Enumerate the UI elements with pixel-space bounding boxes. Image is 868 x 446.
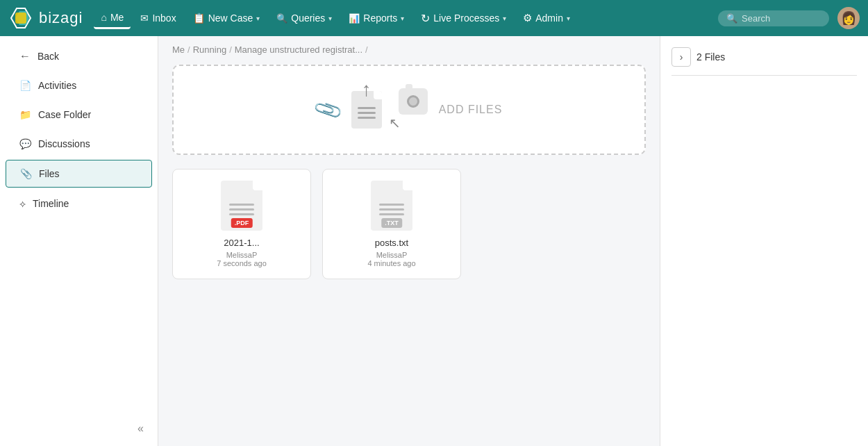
topnav: bizagi Me Inbox New Case ▾ Queries ▾ Rep… bbox=[0, 0, 868, 36]
nav-liveprocesses[interactable]: Live Processes ▾ bbox=[414, 8, 513, 29]
camera-icon bbox=[399, 88, 428, 115]
nav-admin[interactable]: Admin ▾ bbox=[516, 8, 577, 28]
newcase-icon bbox=[193, 13, 205, 24]
nav-liveprocesses-label: Live Processes bbox=[433, 13, 499, 24]
nav-me-label: Me bbox=[110, 12, 124, 23]
breadcrumb-sep1: / bbox=[187, 44, 190, 55]
avatar-emoji: 👩 bbox=[841, 10, 856, 26]
sidebar-item-activities[interactable]: Activities bbox=[6, 72, 152, 99]
reports-chevron: ▾ bbox=[401, 15, 404, 22]
file-thumb-line-5 bbox=[379, 208, 404, 210]
breadcrumb: Me / Running / Manage unstructured regis… bbox=[172, 44, 646, 55]
home-icon bbox=[101, 12, 106, 23]
collapse-icon bbox=[137, 422, 144, 434]
sidebar-item-back[interactable]: Back bbox=[6, 43, 152, 69]
nav-inbox-label: Inbox bbox=[152, 13, 176, 24]
sidebar-bottom bbox=[0, 411, 158, 446]
sidebar-item-discussions[interactable]: Discussions bbox=[6, 131, 152, 157]
sidebar-back-label: Back bbox=[37, 51, 59, 62]
doc-icon-group: ↑ bbox=[351, 91, 382, 129]
search-input[interactable] bbox=[742, 13, 825, 24]
sidebar-item-timeline[interactable]: Timeline bbox=[6, 190, 152, 217]
nav-reports[interactable]: Reports ▾ bbox=[342, 8, 411, 28]
file-thumb-line-3 bbox=[229, 213, 254, 215]
sidebar-item-casefolder[interactable]: Case Folder bbox=[6, 101, 152, 128]
camera-top bbox=[406, 84, 412, 89]
main-layout: Back Activities Case Folder Discussions … bbox=[0, 36, 868, 446]
file-owner-0: MelissaP bbox=[226, 251, 258, 259]
newcase-chevron: ▾ bbox=[256, 15, 260, 22]
file-card-1[interactable]: .TXT posts.txt MelissaP 4 minutes ago bbox=[322, 169, 461, 279]
nav-admin-label: Admin bbox=[535, 13, 563, 24]
casefolder-icon bbox=[19, 108, 31, 121]
inbox-icon bbox=[140, 13, 149, 24]
files-count-label: 2 Files bbox=[696, 51, 725, 63]
nav-me[interactable]: Me bbox=[94, 8, 131, 29]
file-card-0[interactable]: .PDF 2021-1... MelissaP 7 seconds ago bbox=[172, 169, 311, 279]
reports-icon bbox=[349, 13, 360, 24]
file-thumb-line-4 bbox=[379, 204, 404, 206]
breadcrumb-me[interactable]: Me bbox=[172, 44, 185, 55]
sidebar-casefolder-label: Case Folder bbox=[38, 109, 91, 120]
search-box[interactable]: 🔍 bbox=[718, 10, 829, 26]
admin-chevron: ▾ bbox=[567, 15, 570, 22]
sidebar-discussions-label: Discussions bbox=[38, 138, 90, 149]
liveprocesses-icon bbox=[421, 12, 430, 25]
file-timestamp-1: 4 minutes ago bbox=[367, 259, 415, 267]
main-content: Me / Running / Manage unstructured regis… bbox=[158, 36, 660, 446]
sidebar-files-label: Files bbox=[39, 168, 60, 179]
upload-arrow-icon: ↑ bbox=[362, 79, 372, 101]
admin-icon bbox=[523, 12, 532, 24]
sidebar-collapse-button[interactable] bbox=[132, 420, 149, 438]
nav-newcase-label: New Case bbox=[208, 13, 253, 24]
file-name-1: posts.txt bbox=[375, 238, 408, 248]
right-panel-expand-button[interactable]: › bbox=[671, 47, 691, 67]
files-icon bbox=[20, 167, 32, 180]
nav-queries[interactable]: Queries ▾ bbox=[269, 8, 339, 28]
logo: bizagi bbox=[8, 6, 83, 31]
file-badge-1: .TXT bbox=[381, 218, 402, 228]
file-name-0: 2021-1... bbox=[224, 238, 259, 248]
file-thumb-line-6 bbox=[379, 213, 404, 215]
breadcrumb-process[interactable]: Manage unstructured registrat... bbox=[235, 44, 362, 55]
file-thumb-lines-1 bbox=[379, 204, 404, 215]
nav-reports-label: Reports bbox=[363, 13, 397, 24]
queries-chevron: ▾ bbox=[328, 15, 332, 22]
file-thumb-0: .PDF bbox=[221, 181, 262, 231]
search-icon: 🔍 bbox=[726, 13, 737, 24]
right-panel-divider bbox=[671, 75, 857, 76]
file-badge-0: .PDF bbox=[231, 218, 253, 228]
doc-line-1 bbox=[358, 107, 376, 109]
discussions-icon bbox=[19, 138, 31, 150]
query-icon bbox=[276, 13, 287, 24]
sidebar-activities-label: Activities bbox=[38, 80, 76, 91]
doc-line-3 bbox=[358, 117, 376, 119]
breadcrumb-sep2: / bbox=[229, 44, 232, 55]
breadcrumb-sep3: / bbox=[365, 44, 368, 55]
liveprocesses-chevron: ▾ bbox=[503, 15, 506, 22]
sidebar-timeline-label: Timeline bbox=[33, 198, 69, 209]
cursor-icon: ↖ bbox=[389, 115, 401, 131]
nav-queries-label: Queries bbox=[291, 13, 325, 24]
clip-icon: 📎 bbox=[312, 94, 344, 126]
sidebar: Back Activities Case Folder Discussions … bbox=[0, 36, 158, 446]
file-thumb-1: .TXT bbox=[371, 181, 412, 231]
activities-icon bbox=[19, 79, 31, 92]
file-thumb-line-1 bbox=[229, 204, 254, 206]
doc-line-2 bbox=[358, 112, 376, 114]
logo-text: bizagi bbox=[39, 9, 83, 27]
right-panel-header: › 2 Files bbox=[671, 47, 857, 67]
add-files-label: ADD FILES bbox=[439, 104, 503, 116]
file-drop-zone[interactable]: 📎 ↑ ↖ bbox=[172, 65, 646, 155]
breadcrumb-running[interactable]: Running bbox=[193, 44, 226, 55]
svg-rect-3 bbox=[15, 13, 26, 24]
back-icon bbox=[19, 50, 31, 63]
file-thumb-lines-0 bbox=[229, 204, 254, 215]
nav-newcase[interactable]: New Case ▾ bbox=[186, 8, 267, 28]
file-timestamp-0: 7 seconds ago bbox=[217, 259, 267, 267]
nav-inbox[interactable]: Inbox bbox=[133, 8, 183, 28]
file-grid: .PDF 2021-1... MelissaP 7 seconds ago .T… bbox=[172, 169, 646, 279]
camera-icon-group: ↖ bbox=[393, 88, 428, 131]
sidebar-item-files[interactable]: Files bbox=[6, 160, 152, 188]
right-panel: › 2 Files bbox=[660, 36, 868, 446]
